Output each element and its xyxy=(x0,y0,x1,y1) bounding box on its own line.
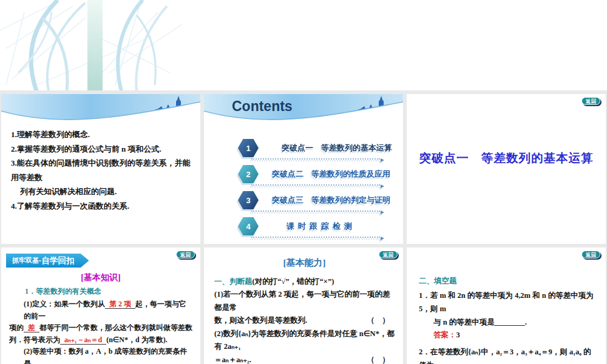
slide-5-basic-ability: 返回 [基本能力] 一、判断题(对的打“√”，错的打“×”) (1)若一个数列从… xyxy=(204,248,403,364)
blank-question-2-line-1: 2．在等差数列{aₙ}中，a₂＝3，a₃＋a₄＝9，则 a₁a₆ 的值为 xyxy=(419,345,597,364)
arrow-icon xyxy=(381,237,384,240)
question-1-line-1: (1)若一个数列从第 2 项起，每一项与它的前一项的差都是常 xyxy=(214,288,395,314)
contents-title: Contents xyxy=(232,98,293,115)
judgement-header: 一、判断题(对的打“√”，错的打“×”) xyxy=(214,275,395,289)
slide-6-fill-blanks: 返回 二、填空题 1．若 m 和 2n 的等差中项为 4,2m 和 n 的等差中… xyxy=(407,248,606,364)
toc-item-2[interactable]: 2 突破点二 等差数列的性质及应用 xyxy=(204,165,403,183)
hexagon-number-badge: 1 xyxy=(238,139,259,157)
ribbon-text-small: 抓牢双基 xyxy=(12,256,39,265)
blank-fill-answer: 第 2 项 xyxy=(105,300,135,309)
definition-line-2: 项的差都等于同一个常数，那么这个数列就叫做等差数 xyxy=(9,322,192,334)
blank-fill-answer: 差 xyxy=(24,323,39,332)
toc-item-label: 突破点一 等差数列的基本运算 xyxy=(282,143,392,153)
hexagon-number-badge: 2 xyxy=(238,165,259,183)
return-button[interactable]: 返回 xyxy=(379,251,398,258)
blank-question-1-line-1: 1．若 m 和 2n 的等差中项为 4,2m 和 n 的等差中项为 5，则 m xyxy=(419,289,597,315)
middle-term-line: (2)等差中项：数列 a，A，b 成等差数列的充要条件是 xyxy=(9,346,192,364)
requirement-item: 4.了解等差数列与一次函数的关系. xyxy=(11,199,192,214)
requirement-item: 2.掌握等差数列的通项公式与前 n 项和公式. xyxy=(11,142,192,157)
requirement-item-wrap: 列有关知识解决相应的问题. xyxy=(11,184,192,199)
blank-question-1-line-2: 与 n 的等差中项是________. xyxy=(419,315,597,329)
answer-parentheses: （ ） xyxy=(367,354,395,364)
dotted-line xyxy=(251,237,380,238)
answer-1: 答案：3 xyxy=(419,329,597,341)
page: { "colors": { "navy": "#1c3e66", "blue":… xyxy=(0,0,607,364)
blank-fill-answer: aₙ₊₁－aₙ＝d xyxy=(60,335,106,345)
dotted-line xyxy=(251,211,380,212)
toc-item-4[interactable]: 4 课时跟踪检测 xyxy=(204,217,403,235)
arrow-icon xyxy=(381,158,384,162)
toc-item-label: 突破点三 等差数列的判定与证明 xyxy=(272,195,390,206)
section-title: 突破点一 等差数列的基本运算 xyxy=(407,150,606,166)
answer-parentheses: （ ） xyxy=(367,314,395,328)
toc-item-1[interactable]: 1 突破点一 等差数列的基本运算 xyxy=(204,139,403,157)
requirement-item: 3.能在具体的问题情境中识别数列的等差关系，并能用等差数 xyxy=(11,156,192,184)
return-button[interactable]: 返回 xyxy=(176,251,195,258)
toc-item-3[interactable]: 3 突破点三 等差数列的判定与证明 xyxy=(204,191,403,209)
table-of-contents: 1 突破点一 等差数列的基本运算 2 突破点二 等差数列的性质及应用 3 突破点… xyxy=(204,139,403,243)
question-2-line-2: ＝aₙ＋aₙ₊₂.（ ） xyxy=(214,354,395,364)
arrow-icon xyxy=(381,211,384,214)
ribbon-text-large: ·自学回扣 xyxy=(39,255,75,266)
hexagon-number-badge: 4 xyxy=(238,217,259,235)
hexagon-number-badge: 3 xyxy=(238,191,259,209)
slide-grid: [考纲要求] 1.理解等差数列的概念. 2.掌握等差数列的通项公式与前 n 项和… xyxy=(0,90,607,364)
return-button[interactable]: 返回 xyxy=(582,97,600,105)
definition-line-3: 列．符号表示为aₙ₊₁－aₙ＝d(n∈N*，d 为常数). xyxy=(9,334,192,346)
slide-1-exam-requirements: [考纲要求] 1.理解等差数列的概念. 2.掌握等差数列的通项公式与前 n 项和… xyxy=(1,94,200,244)
dotted-line xyxy=(251,184,380,186)
branch-decoration-art xyxy=(0,0,206,91)
definition-line-1: (1)定义：如果一个数列从第 2 项起，每一项与它的前一 xyxy=(9,298,192,322)
branch-decoration xyxy=(0,0,206,91)
fill-blanks-heading: 二、填空题 xyxy=(419,274,597,288)
slide-header-wave xyxy=(1,94,200,122)
arrow-icon xyxy=(381,184,384,188)
basic-ability-heading: [基本能力] xyxy=(214,257,395,270)
toc-item-label: 突破点二 等差数列的性质及应用 xyxy=(272,169,390,180)
slide-4-basic-knowledge: 返回 抓牢双基 ·自学回扣 [基本知识] 1．等差数列的有关概念 (1)定义：如… xyxy=(1,248,200,364)
section-ribbon: 抓牢双基 ·自学回扣 xyxy=(6,254,89,268)
slide-3-section-title: 返回 突破点一 等差数列的基本运算 xyxy=(407,94,606,244)
basic-knowledge-heading: [基本知识] xyxy=(9,272,192,284)
slide-2-contents: Contents 1 突破点一 等差数列的基本运算 2 突破点二 等差数列的性质… xyxy=(204,94,403,244)
question-1-line-2: 数，则这个数列是等差数列.（ ） xyxy=(214,314,395,328)
requirement-item: 1.理解等差数列的概念. xyxy=(11,127,192,142)
subsection-1-title: 1．等差数列的有关概念 xyxy=(25,286,192,298)
dotted-line xyxy=(251,158,380,160)
return-button[interactable]: 返回 xyxy=(582,251,600,258)
question-2-line-1: (2)数列{aₙ}为等差数列的充要条件是对任意 n∈N*，都有 2aₙ₊₁ xyxy=(214,328,395,354)
toc-item-label: 课时跟踪检测 xyxy=(287,221,356,232)
